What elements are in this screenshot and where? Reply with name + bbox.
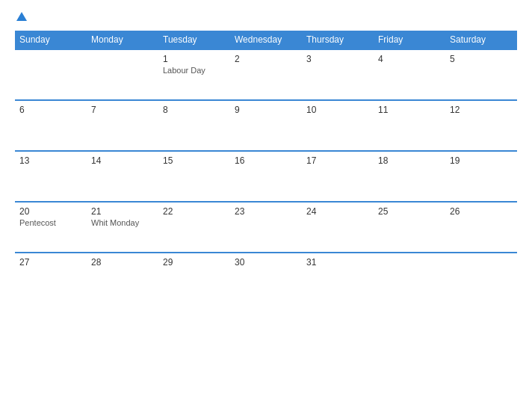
calendar-day-cell: 4 — [374, 49, 445, 100]
day-number: 28 — [91, 257, 154, 268]
calendar-day-cell: 20Pentecost — [15, 202, 87, 253]
header — [15, 11, 517, 23]
day-number: 15 — [163, 155, 226, 166]
calendar-week-row: 20Pentecost21Whit Monday2223242526 — [15, 202, 517, 253]
weekday-row: SundayMondayTuesdayWednesdayThursdayFrid… — [15, 31, 517, 49]
calendar-week-row: 1Labour Day2345 — [15, 49, 517, 100]
day-number: 13 — [19, 155, 82, 166]
day-event: Whit Monday — [91, 218, 154, 227]
calendar-day-cell — [445, 253, 517, 303]
weekday-header-monday: Monday — [87, 31, 158, 49]
weekday-header-tuesday: Tuesday — [158, 31, 230, 49]
day-number: 26 — [450, 206, 513, 217]
calendar-day-cell: 25 — [374, 202, 445, 253]
calendar-day-cell: 18 — [374, 151, 445, 202]
weekday-header-sunday: Sunday — [15, 31, 87, 49]
day-number: 7 — [91, 105, 154, 115]
calendar-day-cell: 28 — [87, 253, 158, 303]
day-number: 25 — [378, 206, 441, 217]
logo — [15, 11, 27, 23]
calendar-day-cell — [374, 253, 445, 303]
page: SundayMondayTuesdayWednesdayThursdayFrid… — [0, 0, 532, 411]
day-number: 3 — [306, 54, 369, 64]
day-number: 17 — [306, 155, 369, 166]
day-number: 10 — [306, 105, 369, 115]
calendar-day-cell: 3 — [302, 49, 374, 100]
day-event: Pentecost — [19, 218, 82, 227]
calendar-day-cell: 5 — [445, 49, 517, 100]
day-number: 20 — [19, 206, 82, 217]
calendar-day-cell: 12 — [445, 100, 517, 151]
calendar-day-cell — [15, 49, 87, 100]
calendar-day-cell: 11 — [374, 100, 445, 151]
calendar-day-cell — [87, 49, 158, 100]
weekday-header-thursday: Thursday — [302, 31, 374, 49]
calendar-table: SundayMondayTuesdayWednesdayThursdayFrid… — [15, 31, 517, 303]
calendar-day-cell: 9 — [230, 100, 302, 151]
day-number: 23 — [235, 206, 297, 217]
day-number: 6 — [19, 105, 82, 115]
weekday-header-friday: Friday — [374, 31, 445, 49]
calendar-day-cell: 7 — [87, 100, 158, 151]
day-number: 5 — [450, 54, 513, 64]
calendar-day-cell: 23 — [230, 202, 302, 253]
calendar-day-cell: 16 — [230, 151, 302, 202]
calendar-day-cell: 14 — [87, 151, 158, 202]
day-number: 4 — [378, 54, 441, 64]
day-number: 27 — [19, 257, 82, 268]
calendar-week-row: 6789101112 — [15, 100, 517, 151]
day-number: 16 — [235, 155, 297, 166]
day-number: 19 — [450, 155, 513, 166]
calendar-day-cell: 24 — [302, 202, 374, 253]
calendar-day-cell: 30 — [230, 253, 302, 303]
calendar-day-cell: 10 — [302, 100, 374, 151]
calendar-day-cell: 26 — [445, 202, 517, 253]
calendar-day-cell: 27 — [15, 253, 87, 303]
calendar-day-cell: 31 — [302, 253, 374, 303]
weekday-header-saturday: Saturday — [445, 31, 517, 49]
day-number: 24 — [306, 206, 369, 217]
calendar-day-cell: 17 — [302, 151, 374, 202]
calendar-day-cell: 19 — [445, 151, 517, 202]
day-number: 18 — [378, 155, 441, 166]
calendar-day-cell: 29 — [158, 253, 230, 303]
calendar-day-cell: 13 — [15, 151, 87, 202]
day-number: 31 — [306, 257, 369, 268]
day-number: 30 — [235, 257, 297, 268]
day-number: 1 — [163, 54, 226, 64]
logo-triangle-icon — [16, 12, 27, 21]
calendar-header: SundayMondayTuesdayWednesdayThursdayFrid… — [15, 31, 517, 49]
day-number: 22 — [163, 206, 226, 217]
calendar-day-cell: 15 — [158, 151, 230, 202]
day-number: 2 — [235, 54, 297, 64]
day-event: Labour Day — [163, 66, 226, 75]
calendar-day-cell: 6 — [15, 100, 87, 151]
day-number: 8 — [163, 105, 226, 115]
day-number: 12 — [450, 105, 513, 115]
calendar-day-cell: 8 — [158, 100, 230, 151]
calendar-day-cell: 22 — [158, 202, 230, 253]
logo-row — [15, 11, 27, 23]
day-number: 21 — [91, 206, 154, 217]
calendar-day-cell: 21Whit Monday — [87, 202, 158, 253]
calendar-week-row: 13141516171819 — [15, 151, 517, 202]
weekday-header-wednesday: Wednesday — [230, 31, 302, 49]
calendar-day-cell: 1Labour Day — [158, 49, 230, 100]
day-number: 14 — [91, 155, 154, 166]
day-number: 9 — [235, 105, 297, 115]
calendar-day-cell: 2 — [230, 49, 302, 100]
calendar-body: 1Labour Day23456789101112131415161718192… — [15, 49, 517, 303]
day-number: 11 — [378, 105, 441, 115]
calendar-week-row: 2728293031 — [15, 253, 517, 303]
day-number: 29 — [163, 257, 226, 268]
